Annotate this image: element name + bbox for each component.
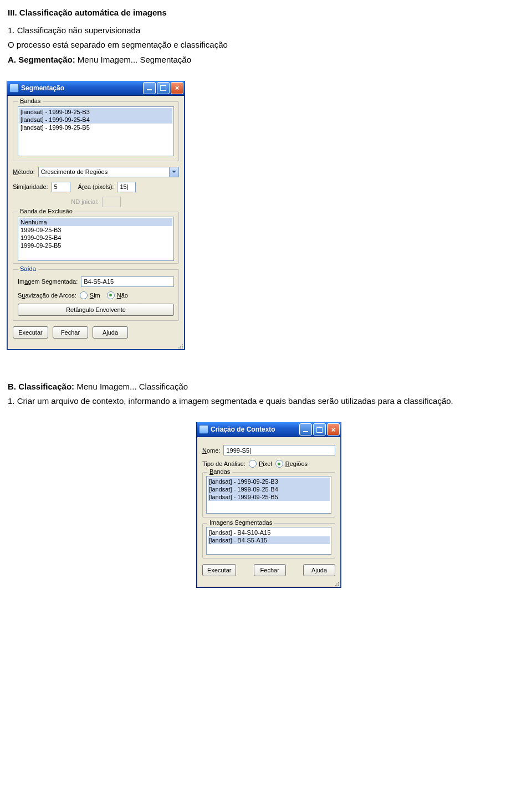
metodo-label: Método: [13, 168, 35, 175]
nd-inicial-label: ND inicial: [71, 198, 99, 205]
maximize-button[interactable] [157, 82, 170, 94]
tipo-regioes-radio[interactable]: Regiões [275, 460, 308, 468]
area-input[interactable]: 15| [117, 182, 136, 192]
close-button[interactable]: × [327, 423, 340, 436]
window-icon [199, 425, 208, 434]
doc-secB: B. Classificação: Menu Imagem... Classif… [8, 381, 532, 392]
doc-secA-bold: A. Segmentação: [8, 55, 75, 64]
fechar-button[interactable]: Fechar [254, 564, 286, 576]
list-item[interactable]: 1999-09-25-B3 [19, 226, 172, 234]
doc-secB-rest: Menu Imagem... Classificação [74, 382, 188, 391]
resize-grip-icon[interactable] [7, 343, 185, 350]
bandas-listbox[interactable]: [landsat] - 1999-09-25-B3 [landsat] - 19… [18, 106, 174, 156]
sim-label: Sim [90, 292, 100, 299]
regioes-label: Regiões [285, 460, 308, 467]
list-item[interactable]: 1999-09-25-B4 [19, 234, 172, 242]
bandas-fieldset: Bandas [landsat] - 1999-09-25-B3 [landsa… [13, 101, 179, 161]
ajuda-button[interactable]: Ajuda [93, 326, 128, 339]
bandas-fieldset-2: Bandas [landsat] - 1999-09-25-B3 [landsa… [202, 472, 335, 518]
minimize-button[interactable] [143, 82, 156, 94]
ajuda-button[interactable]: Ajuda [303, 564, 335, 576]
imagens-segmentadas-legend: Imagens Segmentadas [207, 519, 274, 526]
bandas-legend-text: andas [24, 98, 40, 104]
executar-button[interactable]: Executar [202, 564, 236, 576]
titlebar[interactable]: Segmentação × [7, 81, 185, 96]
resize-grip-icon[interactable] [197, 581, 341, 587]
saida-fieldset: Saída Imagem Segmentada: B4-S5-A15 Suavi… [13, 269, 179, 321]
nao-label: Não [117, 292, 128, 299]
metodo-value: Crescimento de Regiões [39, 168, 110, 175]
nd-inicial-input [102, 197, 121, 207]
list-item[interactable]: [landsat] - 1999-09-25-B4 [208, 485, 330, 493]
tipo-pixel-radio[interactable]: Pixel [249, 460, 272, 468]
close-button[interactable]: × [171, 82, 183, 94]
doc-secA-rest: Menu Imagem... Segmentação [75, 55, 191, 64]
list-item[interactable]: [landsat] - 1999-09-25-B5 [208, 493, 330, 501]
area-label: Área (pixels): [78, 183, 114, 190]
doc-secB-bold: B. Classificação: [8, 382, 74, 391]
bandas-legend: Bandas [18, 98, 43, 104]
fechar-button[interactable]: Fechar [53, 326, 88, 339]
imagem-segmentada-input[interactable]: B4-S5-A15 [81, 276, 174, 287]
retangulo-button[interactable]: Retângulo Envolvente [18, 304, 174, 316]
exclusao-legend: Banda de Exclusão [18, 208, 75, 214]
list-item[interactable]: 1999-09-25-B5 [19, 242, 172, 249]
imagens-segmentadas-listbox[interactable]: [landsat] - B4-S10-A15 [landsat] - B4-S5… [206, 527, 331, 555]
chevron-down-icon[interactable] [169, 167, 178, 177]
doc-secA: A. Segmentação: Menu Imagem... Segmentaç… [8, 54, 532, 65]
suavizacao-nao-radio[interactable]: Não [107, 291, 128, 299]
executar-button[interactable]: Executar [13, 326, 48, 339]
suavizacao-sim-radio[interactable]: Sim [80, 291, 100, 299]
doc-p1: 1. Classificação não supervisionada [8, 25, 532, 36]
list-item[interactable]: [landsat] - B4-S10-A15 [208, 529, 330, 536]
imagem-segmentada-label: Imagem Segmentada: [18, 278, 78, 285]
list-item[interactable]: Nenhuma [19, 218, 172, 226]
saida-legend: Saída [18, 265, 38, 272]
pixel-label: Pixel [259, 460, 272, 467]
window-title: Segmentação [21, 84, 141, 92]
window-title: Criação de Contexto [211, 426, 297, 433]
list-item[interactable]: [landsat] - 1999-09-25-B3 [19, 108, 172, 116]
nome-label: Nome: [202, 447, 220, 454]
maximize-button[interactable] [313, 423, 326, 436]
tipo-analise-label: Tipo de Análise: [202, 460, 245, 467]
list-item[interactable]: [landsat] - 1999-09-25-B4 [19, 116, 172, 124]
suavizacao-label: Suavização de Arcos: [18, 292, 76, 299]
similaridade-label: Similaridade: [13, 183, 48, 190]
similaridade-input[interactable]: 5 [52, 182, 70, 192]
nome-input[interactable]: 1999-S5| [223, 445, 335, 455]
list-item[interactable]: [landsat] - 1999-09-25-B3 [208, 478, 330, 485]
list-item[interactable]: [landsat] - B4-S5-A15 [208, 536, 330, 544]
window-icon [9, 84, 19, 93]
titlebar[interactable]: Criação de Contexto × [197, 422, 341, 437]
doc-heading: III. Classificação automática de imagens [8, 8, 532, 17]
doc-p3: 1. Criar um arquivo de contexto, informa… [8, 396, 532, 407]
bandas-legend-2: Bandas [207, 468, 232, 475]
exclusao-listbox[interactable]: Nenhuma 1999-09-25-B3 1999-09-25-B4 1999… [18, 217, 174, 261]
imagens-segmentadas-fieldset: Imagens Segmentadas [landsat] - B4-S10-A… [202, 523, 335, 559]
criacao-contexto-window: Criação de Contexto × Nome: 1999-S5| Tip… [196, 422, 341, 588]
minimize-button[interactable] [299, 423, 312, 436]
metodo-combo[interactable]: Crescimento de Regiões [38, 167, 179, 177]
bandas-listbox-2[interactable]: [landsat] - 1999-09-25-B3 [landsat] - 19… [206, 476, 331, 514]
segmentacao-window: Segmentação × Bandas [landsat] - 1999-09… [7, 81, 185, 350]
exclusao-fieldset: Banda de Exclusão Nenhuma 1999-09-25-B3 … [13, 212, 179, 264]
list-item[interactable]: [landsat] - 1999-09-25-B5 [19, 124, 172, 131]
doc-p2: O processo está separado em segmentação … [8, 39, 532, 50]
